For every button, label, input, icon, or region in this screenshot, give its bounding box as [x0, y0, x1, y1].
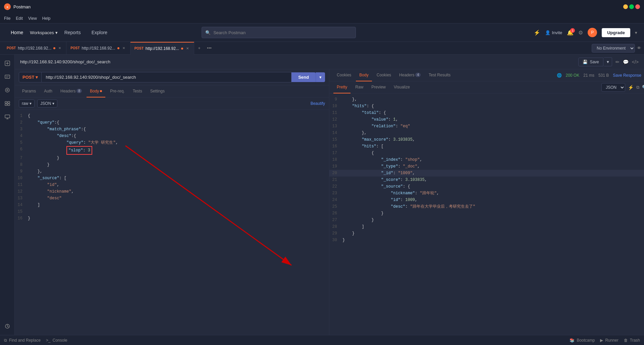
env-eye-icon[interactable]: 👁 [637, 46, 641, 51]
resp-view-pretty[interactable]: Pretty [333, 81, 351, 93]
save-button[interactable]: 💾 Save [578, 58, 603, 66]
send-button[interactable]: Send [291, 72, 316, 82]
statusbar: ⧉ Find and Replace >_ Console 📚 Bootcamp… [0, 335, 644, 345]
runner-button[interactable]: ▶ Runner [600, 338, 618, 343]
response-view-tabs: Pretty Raw Preview Visualize JSON ⚡ ⧉ 🔍 [329, 81, 644, 93]
right-actions: ⚡ 👤 Invite 🔔 1 ⚙ P Upgrade ▾ [534, 28, 637, 37]
resp-view-preview[interactable]: Preview [368, 81, 389, 93]
request-code-editor[interactable]: 1 { 2 "query":{ 3 "match_phrase":{ 4 "de… [15, 110, 329, 335]
req-tab-auth[interactable]: Auth [41, 85, 56, 97]
resp-format-select[interactable]: JSON [601, 83, 625, 92]
environment-selector[interactable]: No Environment 👁 [592, 44, 641, 53]
minimize-button[interactable] [623, 4, 628, 9]
resp-copy-icon[interactable]: ⧉ [636, 85, 639, 90]
close-button[interactable] [635, 4, 640, 9]
nav-workspaces[interactable]: Workspaces ▾ [30, 30, 57, 35]
request-tabs: Params Auth Headers 8 Body Pre-req. Test… [15, 85, 329, 97]
comment-icon[interactable]: 💬 [623, 59, 629, 65]
interceptor-icon[interactable]: ⚡ [534, 29, 540, 36]
menu-file[interactable]: File [4, 16, 10, 21]
beautify-button[interactable]: Beautify [311, 101, 325, 106]
nav-reports[interactable]: Reports [60, 28, 85, 37]
nav-explore[interactable]: Explore [88, 28, 111, 37]
resp-tab-headers[interactable]: Headers 4 [396, 69, 424, 81]
url-input[interactable] [42, 72, 291, 82]
req-tab-settings[interactable]: Settings [147, 85, 168, 97]
method-select[interactable]: POST ▾ [19, 72, 42, 82]
menu-help[interactable]: Help [42, 16, 51, 21]
tab-1-close[interactable]: ✕ [57, 46, 62, 51]
response-status: 🌐 200 OK 21 ms 531 B Save Response ▾ [557, 73, 644, 78]
invite-button[interactable]: 👤 Invite [545, 30, 562, 35]
tab-1[interactable]: POST http://192.168.92... ✕ [3, 42, 66, 55]
tab-2[interactable]: POST http://192.168.92... ✕ [66, 42, 130, 55]
menu-edit[interactable]: Edit [16, 16, 23, 21]
notification-icon[interactable]: 🔔 1 [567, 29, 574, 36]
response-code-editor[interactable]: 9 }, 10 "hits": { 11 "total": { 12 "valu… [329, 93, 644, 335]
tab-3[interactable]: POST http://192.168.92... ✕ [130, 42, 194, 55]
sidebar-new-icon[interactable] [1, 57, 13, 69]
resp-line-26: 26 } [329, 210, 644, 217]
svg-point-6 [5, 88, 9, 92]
tab-3-close[interactable]: ✕ [185, 46, 190, 51]
resp-tab-body[interactable]: Body [356, 69, 372, 81]
tab-add-button[interactable]: + [194, 42, 204, 55]
tab-2-close[interactable]: ✕ [121, 46, 126, 51]
code-line-4: 4 "desc":{ [15, 133, 329, 139]
send-dropdown-button[interactable]: ▾ [316, 72, 325, 82]
sidebar-monitor-icon[interactable] [1, 111, 13, 123]
edit-icon[interactable]: ✏ [615, 59, 620, 65]
find-replace-button[interactable]: ⧉ Find and Replace [4, 338, 41, 343]
sidebar-mock-icon[interactable] [1, 97, 13, 110]
nav-home[interactable]: Home [7, 28, 27, 37]
window-controls [623, 4, 640, 9]
menu-view[interactable]: View [28, 16, 37, 21]
code-line-15: 15 [15, 208, 329, 215]
resp-line-19: 19 "_type": "_doc", [329, 163, 644, 170]
console-button[interactable]: >_ Console [46, 338, 67, 343]
resp-tab-tests[interactable]: Test Results [425, 69, 454, 81]
bootcamp-button[interactable]: 📚 Bootcamp [570, 338, 595, 343]
code-icon[interactable]: </> [632, 59, 639, 65]
raw-select[interactable]: raw ▾ [19, 99, 35, 108]
resp-line-13: 13 "relation": "eq" [329, 123, 644, 130]
upgrade-dropdown-icon[interactable]: ▾ [635, 30, 637, 35]
save-response-button[interactable]: Save Response [613, 73, 641, 78]
statusbar-right: 📚 Bootcamp ▶ Runner 🗑 Trash [570, 338, 640, 343]
req-tab-tests[interactable]: Tests [129, 85, 146, 97]
json-select[interactable]: JSON ▾ [37, 99, 57, 108]
resp-line-17: 17 { [329, 150, 644, 156]
resp-view-visualize[interactable]: Visualize [390, 81, 413, 93]
request-panel: POST ▾ Send ▾ Params Auth Headers 8 Body… [15, 69, 329, 335]
req-tab-params[interactable]: Params [19, 85, 39, 97]
req-tab-body[interactable]: Body [87, 85, 105, 97]
resp-toolbar-right: JSON ⚡ ⧉ 🔍 [601, 83, 644, 92]
headers-count-badge: 8 [76, 89, 82, 93]
code-line-10: 10 "_source": [ [15, 175, 329, 182]
resp-tab-cookies[interactable]: Cookies [373, 69, 394, 81]
req-tab-headers[interactable]: Headers 8 [57, 85, 85, 97]
upgrade-button[interactable]: Upgrade [602, 28, 630, 37]
env-dropdown[interactable]: No Environment [592, 44, 635, 53]
tab-2-url: http://192.168.92... [82, 46, 115, 51]
resp-search-icon[interactable]: 🔍 [642, 85, 644, 90]
save-dropdown-button[interactable]: ▾ [604, 57, 612, 66]
sidebar-env-icon[interactable] [1, 84, 13, 96]
method-url-bar: POST ▾ Send ▾ [15, 69, 329, 85]
resp-view-raw[interactable]: Raw [352, 81, 367, 93]
resp-line-21: 21 "_score": 3.103835, [329, 177, 644, 183]
sidebar-history-icon[interactable] [1, 320, 13, 332]
code-line-1: 1 { [15, 113, 329, 119]
trash-button[interactable]: 🗑 Trash [624, 338, 640, 343]
avatar[interactable]: P [588, 28, 597, 37]
tab-3-url: http://192.168.92... [146, 46, 179, 51]
search-box[interactable]: 🔍 Search Postman [202, 27, 356, 38]
tab-more-button[interactable]: ••• [204, 42, 214, 55]
settings-icon[interactable]: ⚙ [578, 29, 583, 36]
maximize-button[interactable] [629, 4, 634, 9]
resp-filter-icon[interactable]: ⚡ [628, 85, 634, 90]
sidebar-collection-icon[interactable] [1, 71, 13, 83]
req-tab-prereq[interactable]: Pre-req. [107, 85, 128, 97]
code-line-12: 12 "nickname", [15, 188, 329, 195]
resp-tab-cookies-left[interactable]: Cookies [333, 69, 355, 81]
